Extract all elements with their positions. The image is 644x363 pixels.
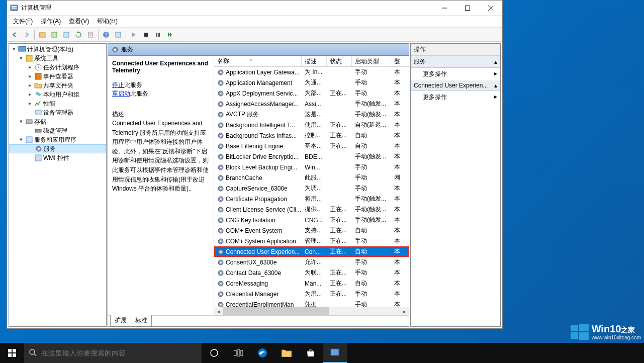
service-row[interactable]: BitLocker Drive Encryptio...BDE...手动(触发.… bbox=[214, 151, 409, 162]
minimize-button[interactable] bbox=[433, 1, 456, 16]
export-button[interactable] bbox=[85, 29, 96, 40]
service-row[interactable]: AVCTP 服务这是...手动(触发...本 bbox=[214, 109, 409, 120]
menu-help[interactable]: 帮助(H) bbox=[93, 16, 122, 27]
col-start[interactable]: 启动类型 bbox=[352, 56, 391, 66]
collapse-icon[interactable]: ▴ bbox=[494, 82, 497, 89]
expand-icon[interactable]: ▸ bbox=[27, 73, 33, 79]
tree-users[interactable]: ▸本地用户和组 bbox=[9, 90, 106, 99]
collapse-icon[interactable]: ▾ bbox=[18, 137, 24, 143]
tool-icon[interactable] bbox=[37, 29, 48, 40]
hscrollbar[interactable]: ◄ ► bbox=[214, 307, 409, 315]
actions-more-2[interactable]: 更多操作▸ bbox=[411, 91, 500, 104]
explorer-button[interactable] bbox=[274, 343, 299, 363]
tree-shared[interactable]: ▸共享文件夹 bbox=[9, 81, 106, 90]
col-logon[interactable]: 登 bbox=[391, 56, 401, 66]
mmc-body: ▾计算机管理(本地) ▾系统工具 ▸任务计划程序 ▸事件查看器 ▸共享文件夹 ▸… bbox=[7, 42, 502, 328]
tool-icon[interactable] bbox=[113, 29, 124, 40]
service-row[interactable]: COM+ System Application管理...正在...手动本 bbox=[214, 236, 409, 246]
service-row[interactable]: AssignedAccessManager...Assi...手动(触发...本 bbox=[214, 99, 409, 109]
svg-rect-90 bbox=[237, 349, 240, 356]
pause-icon[interactable] bbox=[152, 29, 163, 40]
service-row[interactable]: CaptureService_6300e为调...手动本 bbox=[214, 183, 409, 194]
service-row[interactable]: COM+ Event System支持...正在...自动本 bbox=[214, 225, 409, 236]
cortana-button[interactable] bbox=[202, 343, 226, 363]
taskbar-search[interactable] bbox=[24, 343, 202, 363]
tab-extended[interactable]: 扩展 bbox=[110, 315, 131, 326]
store-button[interactable] bbox=[299, 343, 323, 363]
service-row[interactable]: CredentialEnrollmentMan凭据手动本 bbox=[214, 299, 409, 307]
expand-icon[interactable]: ▸ bbox=[27, 64, 33, 70]
collapse-icon[interactable]: ▾ bbox=[11, 46, 17, 52]
col-desc[interactable]: 描述 bbox=[302, 56, 327, 66]
svg-rect-78 bbox=[571, 325, 578, 331]
svg-rect-15 bbox=[156, 33, 157, 37]
tree-svcapps[interactable]: ▾服务和应用程序 bbox=[9, 135, 106, 144]
play-icon[interactable] bbox=[128, 29, 139, 40]
stop-icon[interactable] bbox=[140, 29, 151, 40]
col-name[interactable]: 名称^ bbox=[214, 56, 302, 66]
tool-icon[interactable] bbox=[49, 29, 60, 40]
list-rows[interactable]: Application Layer Gatewa...为 In...手动本App… bbox=[214, 67, 409, 307]
tree-perf[interactable]: ▸性能 bbox=[9, 99, 106, 108]
tree-disk[interactable]: 磁盘管理 bbox=[9, 126, 106, 135]
back-button[interactable] bbox=[9, 29, 20, 40]
expand-icon[interactable]: ▸ bbox=[27, 82, 33, 88]
tree-pane[interactable]: ▾计算机管理(本地) ▾系统工具 ▸任务计划程序 ▸事件查看器 ▸共享文件夹 ▸… bbox=[9, 43, 107, 327]
maximize-button[interactable] bbox=[456, 1, 479, 16]
taskview-button[interactable] bbox=[226, 343, 250, 363]
scroll-right-icon[interactable]: ► bbox=[400, 307, 409, 315]
service-row[interactable]: Background Tasks Infras...控制...正在...自动本 bbox=[214, 130, 409, 141]
service-row[interactable]: Contact Data_6300e为联...正在...手动本 bbox=[214, 267, 409, 278]
mmc-task-button[interactable] bbox=[323, 343, 347, 363]
view-tabs: 扩展 标准 bbox=[108, 315, 409, 326]
tree-storage[interactable]: ▾存储 bbox=[9, 117, 106, 126]
tool-icon[interactable] bbox=[61, 29, 72, 40]
service-row[interactable]: AppX Deployment Servic...为部...正在...手动本 bbox=[214, 88, 409, 99]
tab-standard[interactable]: 标准 bbox=[131, 315, 152, 326]
collapse-icon[interactable]: ▾ bbox=[18, 119, 24, 125]
tree-systools[interactable]: ▾系统工具 bbox=[9, 54, 106, 63]
help-button[interactable]: ? bbox=[101, 29, 112, 40]
forward-button[interactable] bbox=[21, 29, 32, 40]
search-input[interactable] bbox=[41, 349, 197, 357]
tree-wmi[interactable]: WMI 控件 bbox=[9, 153, 106, 162]
menu-view[interactable]: 查看(V) bbox=[65, 16, 93, 27]
service-row[interactable]: Credential Manager为用...正在...手动本 bbox=[214, 289, 409, 299]
scroll-thumb[interactable] bbox=[223, 307, 329, 315]
service-row[interactable]: Base Filtering Engine基本...正在...自动本 bbox=[214, 141, 409, 151]
edge-button[interactable] bbox=[250, 343, 274, 363]
expand-icon[interactable]: ▸ bbox=[27, 92, 33, 98]
tree-services[interactable]: 服务 bbox=[9, 144, 106, 153]
svg-rect-4 bbox=[466, 6, 470, 10]
service-row[interactable]: Application Layer Gatewa...为 In...手动本 bbox=[214, 67, 409, 77]
tree-device[interactable]: 设备管理器 bbox=[9, 108, 106, 117]
tree-root[interactable]: ▾计算机管理(本地) bbox=[9, 45, 106, 54]
expand-icon[interactable]: ▸ bbox=[27, 101, 33, 107]
restart-icon[interactable] bbox=[164, 29, 175, 40]
stop-link[interactable]: 停止 bbox=[112, 81, 124, 88]
service-row[interactable]: Application Management为通...手动本 bbox=[214, 77, 409, 88]
service-row[interactable]: ConsentUX_6300e允许...手动本 bbox=[214, 257, 409, 267]
restart-link[interactable]: 重启动 bbox=[112, 90, 130, 97]
tree-event[interactable]: ▸事件查看器 bbox=[9, 72, 106, 81]
menu-file[interactable]: 文件(F) bbox=[9, 16, 37, 27]
service-row[interactable]: Certificate Propagation将用...手动(触发...本 bbox=[214, 194, 409, 204]
tree-task[interactable]: ▸任务计划程序 bbox=[9, 63, 106, 72]
service-row[interactable]: CNG Key IsolationCNG...正在...手动(触发...本 bbox=[214, 215, 409, 225]
col-state[interactable]: 状态 bbox=[327, 56, 352, 66]
scroll-left-icon[interactable]: ◄ bbox=[214, 307, 223, 315]
service-row[interactable]: Background Intelligent T...使用...正在...自动(… bbox=[214, 120, 409, 130]
service-row[interactable]: Block Level Backup Engi...Win...手动本 bbox=[214, 162, 409, 172]
collapse-icon[interactable]: ▴ bbox=[494, 58, 497, 65]
services-body: Connected User Experiences and Telemetry… bbox=[108, 56, 409, 315]
refresh-button[interactable] bbox=[73, 29, 84, 40]
menu-action[interactable]: 操作(A) bbox=[37, 16, 65, 27]
service-row[interactable]: BranchCache此服...手动网 bbox=[214, 172, 409, 183]
collapse-icon[interactable]: ▾ bbox=[18, 55, 24, 61]
actions-more-1[interactable]: 更多操作▸ bbox=[411, 68, 500, 80]
close-button[interactable] bbox=[479, 1, 502, 16]
service-row[interactable]: Client License Service (Cli...提供...正在...… bbox=[214, 204, 409, 215]
service-row[interactable]: CoreMessagingMan...正在...自动本 bbox=[214, 278, 409, 289]
service-row[interactable]: Connected User Experien...Con...正在...自动本 bbox=[214, 246, 409, 257]
start-button[interactable] bbox=[0, 343, 24, 363]
